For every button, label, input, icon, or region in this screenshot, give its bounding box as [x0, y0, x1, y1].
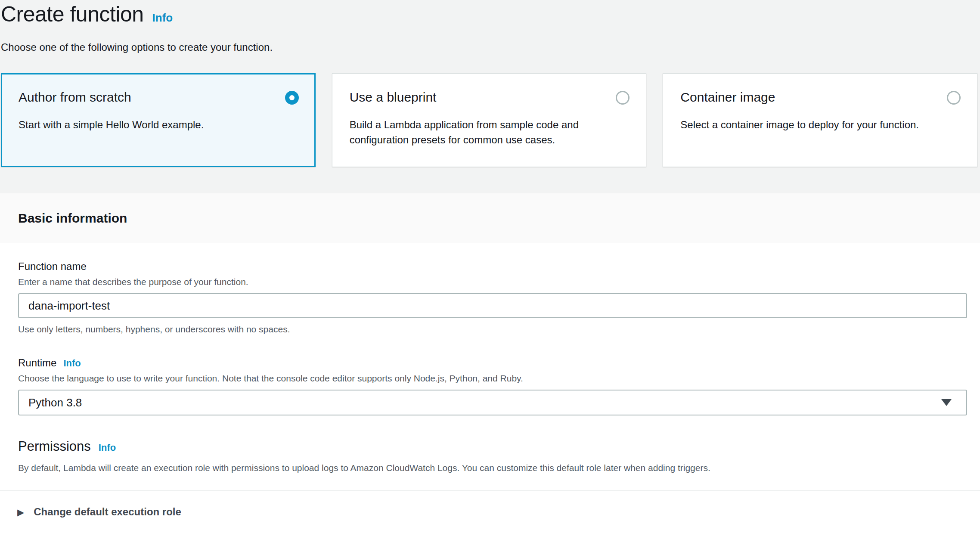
tile-title: Container image: [680, 90, 775, 104]
tile-container-image[interactable]: Container image Select a container image…: [663, 73, 977, 167]
runtime-description: Choose the language to use to write your…: [18, 373, 967, 384]
basic-information-header: Basic information: [0, 193, 980, 243]
tile-use-a-blueprint[interactable]: Use a blueprint Build a Lambda applicati…: [332, 73, 647, 167]
use-a-blueprint-radio[interactable]: [616, 91, 630, 105]
title-row: Create function Info: [1, 2, 967, 27]
tile-title: Author from scratch: [19, 90, 131, 104]
permissions-section: Permissions Info By default, Lambda will…: [18, 439, 967, 490]
runtime-group: Runtime Info Choose the language to use …: [18, 357, 967, 415]
function-name-group: Function name Enter a name that describe…: [18, 260, 967, 335]
tile-top: Use a blueprint: [350, 90, 630, 105]
basic-information-body: Function name Enter a name that describe…: [0, 243, 980, 490]
function-name-label: Function name: [18, 260, 87, 273]
page-header: Create function Info Choose one of the f…: [0, 0, 980, 53]
basic-information-panel: Basic information Function name Enter a …: [0, 193, 980, 533]
permissions-description: By default, Lambda will create an execut…: [18, 463, 967, 490]
creation-option-tiles: Author from scratch Start with a simple …: [0, 73, 980, 167]
basic-information-heading: Basic information: [18, 211, 127, 226]
tile-top: Author from scratch: [19, 90, 299, 105]
tile-description: Start with a simple Hello World example.: [19, 118, 260, 133]
tile-top: Container image: [680, 90, 961, 105]
function-name-input[interactable]: [18, 293, 967, 318]
function-name-description: Enter a name that describes the purpose …: [18, 277, 967, 287]
tile-description: Build a Lambda application from sample c…: [350, 118, 591, 148]
runtime-selected-value: Python 3.8: [28, 396, 82, 409]
runtime-label: Runtime: [18, 357, 56, 369]
page-subtitle: Choose one of the following options to c…: [1, 41, 967, 53]
container-image-radio[interactable]: [947, 91, 961, 105]
function-name-constraint: Use only letters, numbers, hyphens, or u…: [18, 324, 967, 335]
runtime-select[interactable]: Python 3.8: [18, 390, 967, 415]
runtime-info-link[interactable]: Info: [63, 358, 81, 369]
chevron-down-icon: [941, 399, 952, 406]
expander-label: Change default execution role: [34, 506, 181, 518]
tile-description: Select a container image to deploy for y…: [680, 118, 921, 133]
title-info-link[interactable]: Info: [152, 11, 173, 25]
expander-collapsed-icon: ▶: [17, 508, 24, 517]
tile-author-from-scratch[interactable]: Author from scratch Start with a simple …: [1, 73, 316, 167]
permissions-heading: Permissions: [18, 439, 91, 454]
page-title: Create function: [1, 2, 144, 27]
change-default-execution-role-expander[interactable]: ▶ Change default execution role: [0, 491, 980, 533]
tile-title: Use a blueprint: [350, 90, 437, 104]
author-from-scratch-radio[interactable]: [285, 91, 299, 105]
permissions-info-link[interactable]: Info: [99, 442, 116, 453]
